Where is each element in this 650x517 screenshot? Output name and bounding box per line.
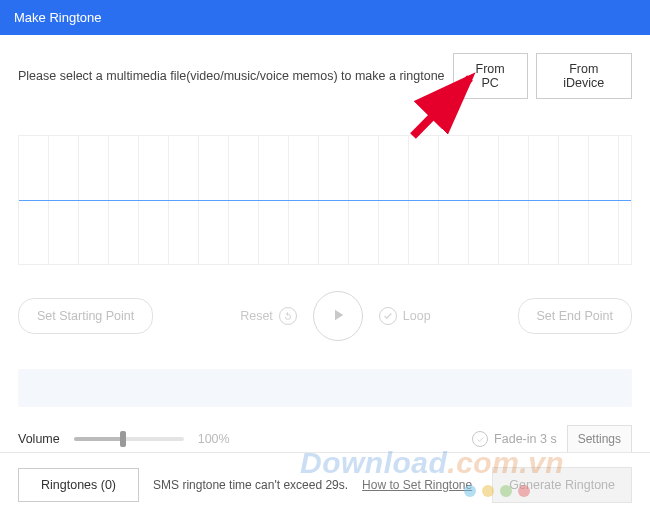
sms-note: SMS ringtone time can't exceed 29s. — [153, 478, 348, 492]
preview-bar — [18, 369, 632, 407]
loop-toggle[interactable]: Loop — [379, 307, 431, 325]
source-select-row: Please select a multimedia file(video/mu… — [18, 53, 632, 99]
volume-slider-thumb[interactable] — [120, 431, 126, 447]
ringtones-button[interactable]: Ringtones (0) — [18, 468, 139, 502]
reset-button[interactable]: Reset — [240, 307, 297, 325]
play-button[interactable] — [313, 291, 363, 341]
reset-label: Reset — [240, 309, 273, 323]
from-pc-button[interactable]: From PC — [453, 53, 528, 99]
loop-label: Loop — [403, 309, 431, 323]
set-end-button[interactable]: Set End Point — [518, 298, 632, 334]
bottom-bar: Ringtones (0) SMS ringtone time can't ex… — [0, 452, 650, 517]
volume-percent: 100% — [198, 432, 230, 446]
check-icon — [472, 431, 488, 447]
generate-ringtone-button[interactable]: Generate Ringtone — [492, 467, 632, 503]
set-start-button[interactable]: Set Starting Point — [18, 298, 153, 334]
main-content: Please select a multimedia file(video/mu… — [0, 35, 650, 453]
fade-group: Fade-in 3 s Settings — [472, 425, 632, 453]
volume-slider[interactable] — [74, 437, 184, 441]
play-icon — [329, 306, 347, 327]
reset-icon — [279, 307, 297, 325]
title-bar: Make Ringtone — [0, 0, 650, 35]
fade-settings-button[interactable]: Settings — [567, 425, 632, 453]
from-idevice-button[interactable]: From iDevice — [536, 53, 632, 99]
instruction-text: Please select a multimedia file(video/mu… — [18, 69, 445, 83]
loop-check-icon — [379, 307, 397, 325]
volume-slider-fill — [74, 437, 124, 441]
trim-controls-row: Set Starting Point Reset Loop Set End P — [18, 291, 632, 341]
how-to-set-ringtone-link[interactable]: How to Set Ringtone — [362, 478, 472, 492]
fade-in-label: Fade-in 3 s — [494, 432, 557, 446]
fade-in-toggle[interactable]: Fade-in 3 s — [472, 431, 557, 447]
volume-label: Volume — [18, 432, 60, 446]
waveform-area[interactable] — [18, 135, 632, 265]
volume-row: Volume 100% Fade-in 3 s Settings — [18, 425, 632, 453]
playback-controls: Reset Loop — [240, 291, 430, 341]
window-title: Make Ringtone — [14, 10, 101, 25]
